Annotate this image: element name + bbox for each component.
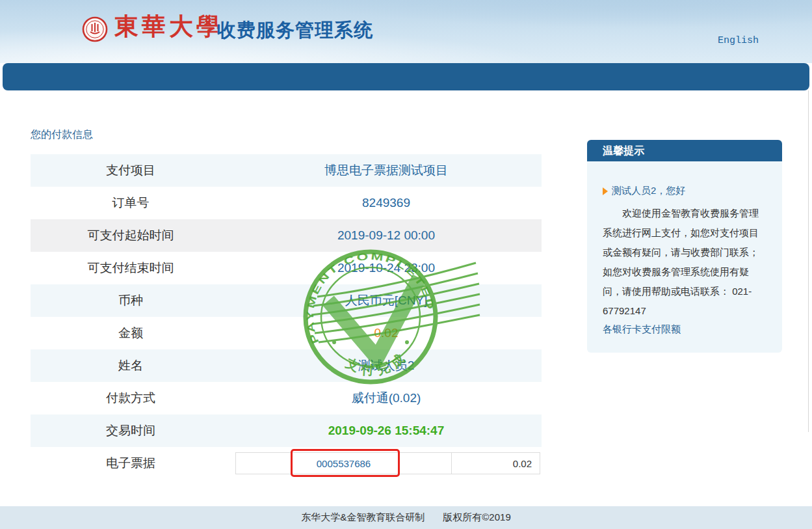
table-row: 姓名 测试人员2 — [31, 349, 542, 382]
currency-value: 人民币元[CNY] — [231, 292, 542, 309]
transaction-time: 2019-09-26 15:54:47 — [231, 424, 542, 438]
table-row: 可支付结束时间 2019-10-24 23:00 — [31, 252, 542, 284]
footer-copyright: 版权所有©2019 — [443, 511, 510, 524]
footer-credit: 东华大学&金智教育联合研制 — [301, 511, 425, 524]
amount-value: 0.02 — [231, 326, 542, 340]
highlight-annotation-box — [291, 449, 400, 477]
nav-bar — [3, 63, 809, 90]
table-row: 交易时间 2019-09-26 15:54:47 — [31, 414, 542, 447]
row-label: 可支付起始时间 — [31, 227, 231, 244]
tips-message: 欢迎使用金智教育收费服务管理系统进行网上支付，如您对支付项目或金额有疑问，请与收… — [603, 204, 766, 321]
payment-table: 支付项目 博思电子票据测试项目 订单号 8249369 可支付起始时间 2019… — [31, 154, 542, 480]
footer: 东华大学&金智教育联合研制 版权所有©2019 — [0, 506, 812, 529]
page: 東華大學 收费服务管理系统 English 您的付款信息 支付项目 博思电子票据… — [0, 0, 812, 529]
row-label: 订单号 — [31, 195, 231, 211]
row-label: 可支付结束时间 — [31, 260, 231, 277]
table-row: 订单号 8249369 — [31, 187, 542, 219]
row-label: 电子票据 — [31, 455, 231, 472]
university-seal-icon — [82, 16, 108, 42]
row-label: 姓名 — [31, 357, 231, 374]
row-label: 金额 — [31, 325, 231, 342]
receipt-amount: 0.02 — [452, 453, 540, 474]
table-row: 电子票据 0005537686 0.02 — [31, 447, 542, 480]
tips-panel: 测试人员2，您好 欢迎使用金智教育收费服务管理系统进行网上支付，如您对支付项目或… — [587, 161, 782, 353]
table-row: 可支付起始时间 2019-09-12 00:00 — [31, 219, 542, 252]
tips-panel-title: 温馨提示 — [587, 140, 782, 161]
header-banner: 東華大學 收费服务管理系统 English — [0, 0, 812, 63]
row-label: 付款方式 — [31, 390, 231, 407]
pay-end-time: 2019-10-24 23:00 — [231, 261, 542, 275]
row-label: 支付项目 — [31, 162, 231, 179]
table-row: 金额 0.02 — [31, 317, 542, 349]
greeting-row: 测试人员2，您好 — [603, 185, 766, 197]
table-row: 支付项目 博思电子票据测试项目 — [31, 154, 542, 187]
row-label: 交易时间 — [31, 422, 231, 439]
payment-method: 威付通(0.02) — [231, 390, 542, 407]
language-switch-link[interactable]: English — [718, 35, 759, 46]
bank-card-limit-link[interactable]: 各银行卡支付限额 — [603, 323, 766, 336]
payer-name: 测试人员2 — [231, 357, 542, 374]
order-number: 8249369 — [231, 196, 542, 210]
row-label: 币种 — [31, 292, 231, 309]
content-right-divider — [808, 90, 809, 432]
payment-item-link[interactable]: 博思电子票据测试项目 — [231, 162, 542, 179]
payment-section-title: 您的付款信息 — [31, 128, 93, 142]
pay-start-time: 2019-09-12 00:00 — [231, 228, 542, 243]
greeting-text: 测试人员2，您好 — [612, 185, 685, 197]
arrow-icon — [603, 187, 608, 195]
system-title: 收费服务管理系统 — [217, 18, 373, 44]
table-row: 币种 人民币元[CNY] — [31, 284, 542, 317]
table-row: 付款方式 威付通(0.02) — [31, 382, 542, 414]
university-name: 東華大學 — [114, 10, 224, 43]
